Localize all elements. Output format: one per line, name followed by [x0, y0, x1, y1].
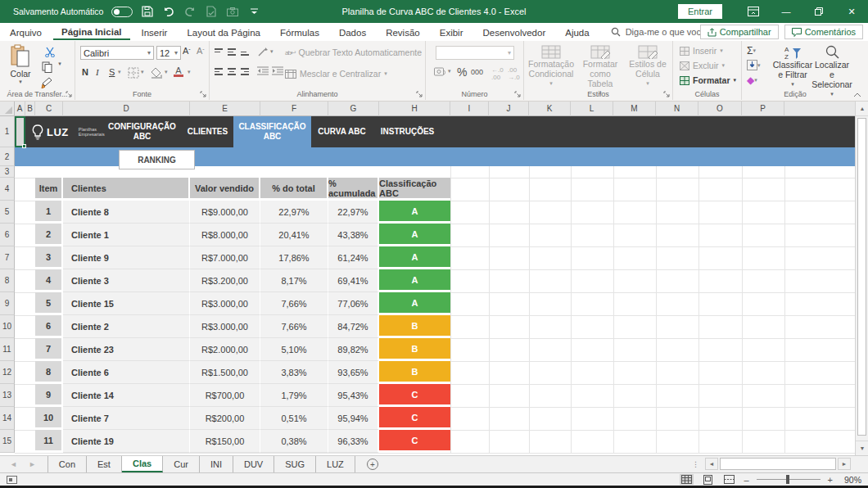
pct-acumulada-cell[interactable]: 69,41%	[328, 269, 379, 292]
valor-cell[interactable]: R$2.000,00	[190, 338, 260, 361]
item-cell[interactable]: 7	[35, 338, 63, 361]
header-item[interactable]: Item	[35, 178, 63, 201]
column-header[interactable]: P	[742, 102, 784, 116]
sheet-tab[interactable]: Cur	[163, 456, 200, 472]
sheet-nav-right-icon[interactable]: ►	[29, 460, 36, 468]
zoom-in-button[interactable]: +	[828, 475, 833, 485]
column-header[interactable]: D	[63, 102, 190, 116]
column-header[interactable]: F	[260, 102, 328, 116]
alignment-dialog-launcher[interactable]	[416, 91, 423, 97]
page-break-view-icon[interactable]	[722, 474, 736, 485]
share-button[interactable]: Compartilhar	[700, 25, 779, 39]
sheet-tab[interactable]: SUG	[274, 456, 316, 472]
page-layout-view-icon[interactable]	[701, 474, 715, 485]
item-cell[interactable]: 8	[35, 361, 63, 384]
macro-record-icon[interactable]	[7, 476, 17, 484]
comments-button[interactable]: Comentários	[784, 25, 863, 39]
item-cell[interactable]: 1	[35, 201, 63, 224]
valor-cell[interactable]: R$8.000,00	[190, 224, 260, 246]
ribbon-tab[interactable]: Desenvolvedor	[475, 25, 554, 39]
accounting-format-icon[interactable]	[434, 66, 446, 78]
classificacao-cell[interactable]: B	[379, 338, 450, 361]
row-header[interactable]: 14	[0, 407, 15, 430]
vertical-scroll-thumb[interactable]	[857, 118, 866, 436]
item-cell[interactable]: 3	[35, 246, 63, 269]
valor-cell[interactable]: R$150,00	[190, 430, 260, 453]
cliente-cell[interactable]: Cliente 3	[63, 269, 190, 292]
ribbon-tab[interactable]: Dados	[331, 25, 374, 39]
fill-color-icon[interactable]	[151, 67, 163, 79]
sheet-tab[interactable]: Clas	[122, 456, 163, 472]
font-color-dropdown[interactable]: ▾	[188, 69, 191, 75]
item-cell[interactable]: 10	[35, 407, 63, 430]
header-valor[interactable]: Valor vendido	[190, 178, 260, 201]
borders-dropdown[interactable]: ▾	[141, 69, 144, 75]
clear-icon[interactable]: ◆▾	[747, 75, 757, 86]
sheet-tab[interactable]: LUZ	[316, 456, 355, 472]
column-header[interactable]: A	[15, 102, 25, 116]
column-header[interactable]: H	[379, 102, 450, 116]
sheet-tab[interactable]: Est	[87, 456, 122, 472]
align-left-icon[interactable]	[215, 66, 223, 77]
row-header[interactable]: 6	[0, 224, 15, 246]
item-cell[interactable]: 11	[35, 430, 63, 453]
row-header[interactable]: 13	[0, 384, 15, 407]
cliente-cell[interactable]: Cliente 9	[63, 246, 190, 269]
column-header[interactable]: O	[698, 102, 742, 116]
scroll-up-button[interactable]: ▲	[856, 102, 868, 116]
valor-cell[interactable]: R$3.200,00	[190, 269, 260, 292]
pct-acumulada-cell[interactable]: 77,06%	[328, 292, 379, 315]
normal-view-icon[interactable]	[680, 474, 694, 485]
ribbon-tab[interactable]: Ajuda	[557, 25, 597, 39]
align-top-icon[interactable]	[215, 47, 223, 57]
fill-icon[interactable]: ▾	[747, 60, 761, 70]
autosave-toggle[interactable]	[111, 7, 133, 17]
wrap-text-button[interactable]: ab↩ Quebrar Texto Automaticamente	[285, 47, 422, 57]
sheet-nav-tab[interactable]: INSTRUÇÕES	[373, 116, 442, 147]
pct-acumulada-cell[interactable]: 89,82%	[328, 338, 379, 361]
minimize-button[interactable]: —	[770, 0, 802, 23]
scroll-right-button[interactable]: ►	[838, 458, 851, 470]
decrease-indent-icon[interactable]	[257, 66, 269, 76]
classificacao-cell[interactable]: B	[379, 361, 450, 384]
selected-cell-a1[interactable]	[15, 116, 25, 147]
column-header[interactable]: N	[656, 102, 698, 116]
pct-acumulada-cell[interactable]: 95,43%	[328, 384, 379, 407]
column-header[interactable]: J	[489, 102, 529, 116]
fill-handle[interactable]	[22, 144, 26, 148]
valor-cell[interactable]: R$700,00	[190, 384, 260, 407]
pct-total-cell[interactable]: 0,38%	[260, 430, 328, 453]
item-cell[interactable]: 6	[35, 315, 63, 338]
sheet-nav-tab[interactable]: CLIENTES	[182, 116, 233, 147]
column-header[interactable]: K	[529, 102, 571, 116]
ribbon-tab[interactable]: Exibir	[432, 25, 472, 39]
zoom-slider[interactable]	[757, 479, 821, 481]
row-header[interactable]: 3	[0, 166, 15, 178]
ribbon-tab[interactable]: Página Inicial	[53, 25, 130, 40]
underline-dropdown[interactable]: ▾	[118, 69, 121, 75]
ribbon-display-options-icon[interactable]	[737, 0, 770, 23]
font-dialog-launcher[interactable]	[200, 91, 206, 97]
pct-acumulada-cell[interactable]: 96,33%	[328, 430, 379, 453]
pct-total-cell[interactable]: 8,17%	[260, 269, 328, 292]
orientation-icon[interactable]	[257, 47, 268, 57]
valor-cell[interactable]: R$3.000,00	[190, 292, 260, 315]
row-header[interactable]: 8	[0, 269, 15, 292]
column-header[interactable]: B	[25, 102, 35, 116]
clipboard-dialog-launcher[interactable]	[66, 91, 72, 97]
vertical-scrollbar[interactable]: ▲ ▼	[855, 102, 868, 455]
accounting-dropdown[interactable]: ▾	[448, 68, 451, 75]
scrollbar-resize-handle[interactable]: ⋮	[692, 460, 700, 468]
underline-button[interactable]: S	[109, 67, 115, 77]
header-clientes[interactable]: Clientes	[63, 178, 190, 201]
valor-cell[interactable]: R$7.000,00	[190, 246, 260, 269]
row-header[interactable]: 4	[0, 178, 15, 201]
cliente-cell[interactable]: Cliente 6	[63, 361, 190, 384]
scroll-down-button[interactable]: ▼	[856, 441, 868, 455]
pct-total-cell[interactable]: 20,41%	[260, 224, 328, 246]
pct-acumulada-cell[interactable]: 93,65%	[328, 361, 379, 384]
pct-acumulada-cell[interactable]: 61,24%	[328, 246, 379, 269]
ribbon-tab[interactable]: Fórmulas	[272, 25, 328, 39]
row-header[interactable]: 11	[0, 338, 15, 361]
fill-color-dropdown[interactable]: ▾	[165, 69, 168, 75]
